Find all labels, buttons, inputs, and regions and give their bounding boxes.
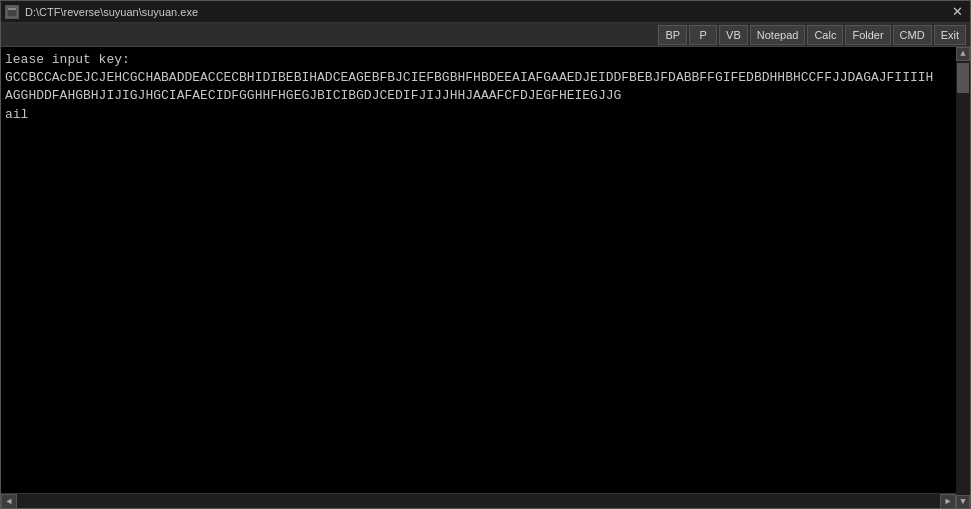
close-button[interactable]: ✕ [948, 3, 966, 21]
exit-button[interactable]: Exit [934, 25, 966, 45]
scroll-down-button[interactable]: ▼ [956, 495, 970, 509]
window-title: D:\CTF\reverse\suyuan\suyuan.exe [25, 6, 198, 18]
cmd-button[interactable]: CMD [893, 25, 932, 45]
title-bar: D:\CTF\reverse\suyuan\suyuan.exe ✕ [1, 1, 970, 23]
bp-button[interactable]: BP [658, 25, 687, 45]
console-line-4: ail [5, 106, 966, 124]
horizontal-scrollbar: ◄ ► [1, 493, 956, 509]
notepad-button[interactable]: Notepad [750, 25, 806, 45]
scroll-left-button[interactable]: ◄ [1, 494, 17, 510]
console-line-1: lease input key: [5, 51, 966, 69]
scroll-right-button[interactable]: ► [940, 494, 956, 510]
p-button[interactable]: P [689, 25, 717, 45]
console-line-3: AGGHDDFAHGBHJIJIGJHGCIAFAECIDFGGHHFHGEGJ… [5, 87, 966, 105]
console-container: lease input key: GCCBCCAcDEJCJEHCGCHABAD… [1, 47, 970, 509]
vertical-scrollbar: ▲ ▼ [956, 47, 970, 509]
console-line-2: GCCBCCAcDEJCJEHCGCHABADDEACCECBHIDIBEBIH… [5, 69, 966, 87]
title-bar-left: D:\CTF\reverse\suyuan\suyuan.exe [5, 5, 198, 19]
vb-button[interactable]: VB [719, 25, 748, 45]
scroll-up-button[interactable]: ▲ [956, 47, 970, 61]
app-icon [5, 5, 19, 19]
scroll-horizontal-track [17, 494, 940, 509]
main-window: D:\CTF\reverse\suyuan\suyuan.exe ✕ BP P … [0, 0, 971, 509]
title-bar-controls: ✕ [948, 3, 966, 21]
console-output: lease input key: GCCBCCAcDEJCJEHCGCHABAD… [1, 47, 970, 494]
scroll-thumb[interactable] [957, 63, 969, 93]
calc-button[interactable]: Calc [807, 25, 843, 45]
folder-button[interactable]: Folder [845, 25, 890, 45]
svg-rect-1 [8, 8, 16, 10]
toolbar: BP P VB Notepad Calc Folder CMD Exit [1, 23, 970, 47]
